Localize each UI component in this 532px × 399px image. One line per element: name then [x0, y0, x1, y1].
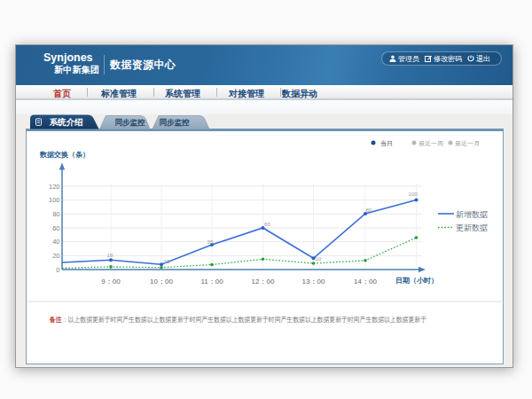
svg-text:系统介绍: 系统介绍 — [50, 117, 84, 127]
svg-text:60: 60 — [52, 223, 59, 231]
svg-text:当日: 当日 — [380, 139, 393, 146]
svg-text:13：00: 13：00 — [302, 277, 325, 285]
svg-text:同步监控: 同步监控 — [115, 118, 146, 127]
svg-text:80: 80 — [52, 209, 59, 217]
svg-text:最近一月: 最近一月 — [455, 139, 480, 146]
svg-text:12：00: 12：00 — [252, 277, 275, 285]
svg-text:最近一周: 最近一周 — [419, 139, 443, 145]
svg-text:80: 80 — [366, 206, 372, 212]
svg-text:100: 100 — [49, 196, 60, 204]
svg-text:10: 10 — [164, 257, 170, 263]
svg-text:备注：以上数据更新于时间产生数据以上数据更新于时间产生数据以: 备注：以上数据更新于时间产生数据以上数据更新于时间产生数据以上数据更新于时间产生… — [49, 316, 426, 324]
svg-text:35: 35 — [207, 239, 214, 245]
svg-text:同步监控: 同步监控 — [160, 118, 191, 127]
svg-text:40: 40 — [52, 238, 59, 246]
svg-text:新增数据: 新增数据 — [456, 209, 488, 218]
svg-text:14：00: 14：00 — [354, 277, 377, 285]
svg-text:0: 0 — [56, 265, 59, 273]
svg-text:日期（小时）: 日期（小时） — [395, 276, 438, 284]
svg-text:100: 100 — [409, 190, 419, 196]
svg-text:9：00: 9：00 — [101, 277, 121, 285]
svg-text:10: 10 — [316, 255, 322, 262]
svg-text:更新数据: 更新数据 — [456, 223, 488, 232]
svg-text:11：00: 11：00 — [200, 277, 223, 285]
svg-text:20: 20 — [52, 251, 59, 259]
svg-text:120: 120 — [49, 182, 60, 190]
svg-text:60: 60 — [264, 221, 270, 227]
svg-text:10：00: 10：00 — [150, 277, 173, 285]
svg-text:数据交换（条）: 数据交换（条） — [39, 151, 90, 159]
svg-text:18: 18 — [107, 251, 113, 257]
